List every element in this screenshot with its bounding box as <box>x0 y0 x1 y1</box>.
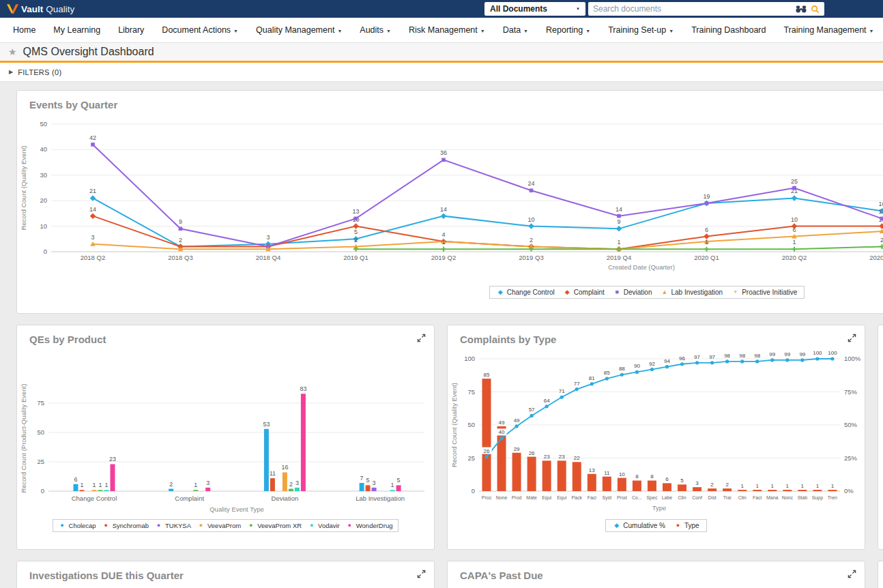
svg-text:85: 85 <box>604 370 610 376</box>
legend-item-cumulative-pct[interactable]: ◆Cumulative % <box>613 522 665 529</box>
svg-text:29: 29 <box>514 446 520 452</box>
svg-text:50: 50 <box>40 120 47 128</box>
svg-text:42: 42 <box>89 134 96 141</box>
filters-toggle[interactable]: ▶ FILTERS (0) <box>0 63 883 82</box>
svg-text:2: 2 <box>710 482 714 488</box>
favorite-star-icon[interactable]: ★ <box>8 46 17 57</box>
nav-item-my-learning[interactable]: My Learning <box>44 25 109 35</box>
chevron-down-icon: ▼ <box>576 7 580 11</box>
svg-text:16: 16 <box>281 464 288 471</box>
svg-text:71: 71 <box>559 388 565 394</box>
svg-text:23: 23 <box>559 454 565 460</box>
nav-item-training-management[interactable]: Training Management▼ <box>775 25 882 35</box>
search-input[interactable] <box>593 4 792 14</box>
expand-icon[interactable] <box>848 334 856 342</box>
svg-text:2019 Q4: 2019 Q4 <box>607 254 631 261</box>
svg-text:2018 Q3: 2018 Q3 <box>168 254 192 261</box>
svg-text:1: 1 <box>786 483 790 489</box>
legend-item-tukysa[interactable]: ●TUKYSA <box>155 522 191 529</box>
svg-text:3: 3 <box>91 234 94 241</box>
document-scope-value: All Documents <box>490 4 547 14</box>
legend-item-change-control[interactable]: ◆Change Control <box>497 289 555 296</box>
legend-item-type[interactable]: ●Type <box>674 522 699 529</box>
legend-item-deviation[interactable]: ■Deviation <box>613 289 652 296</box>
svg-text:0: 0 <box>472 487 475 495</box>
binoculars-icon[interactable] <box>796 5 807 13</box>
svg-text:50: 50 <box>467 421 475 428</box>
svg-text:75%: 75% <box>844 388 858 396</box>
svg-text:0: 0 <box>44 248 47 255</box>
series-marker-icon: ◆ <box>564 289 571 295</box>
vault-logo[interactable]: Vault Quality <box>7 4 74 14</box>
svg-text:1: 1 <box>816 483 820 489</box>
nav-item-risk-management[interactable]: Risk Management▼ <box>400 25 494 35</box>
series-marker-icon: ▲ <box>661 289 669 295</box>
legend-item-cholecap[interactable]: ●Cholecap <box>59 522 96 529</box>
svg-text:88: 88 <box>619 366 625 372</box>
svg-text:100: 100 <box>464 355 475 362</box>
legend-item-complaint[interactable]: ◆Complaint <box>564 289 605 296</box>
panel-partially-visible <box>878 325 883 550</box>
series-marker-icon: ● <box>346 523 353 529</box>
svg-text:Clin: Clin <box>678 495 686 500</box>
svg-text:5: 5 <box>680 477 684 484</box>
svg-text:4: 4 <box>442 231 445 238</box>
panel-title: Complaints by Type <box>460 334 556 345</box>
svg-text:97: 97 <box>709 354 715 360</box>
svg-text:7: 7 <box>360 475 364 482</box>
panel-capas-past-due: CAPA's Past Due <box>447 561 865 588</box>
search-icon[interactable] <box>811 5 820 14</box>
nav-item-training-set-up[interactable]: Training Set-up▼ <box>599 25 682 35</box>
document-scope-select[interactable]: All Documents ▼ <box>484 2 585 16</box>
expand-icon[interactable] <box>417 334 426 342</box>
svg-text:22: 22 <box>574 455 580 461</box>
svg-text:13: 13 <box>352 208 359 215</box>
svg-text:25%: 25% <box>844 454 858 462</box>
nav-item-data[interactable]: Data▼ <box>494 25 537 35</box>
nav-item-reporting[interactable]: Reporting▼ <box>537 25 599 35</box>
svg-text:Prod: Prod <box>512 495 522 500</box>
svg-text:6: 6 <box>665 476 669 482</box>
legend-item-veevaprom[interactable]: ●VeevaProm <box>197 522 241 529</box>
series-marker-icon: ◆ <box>497 289 504 295</box>
svg-text:100: 100 <box>813 350 822 356</box>
expand-icon[interactable] <box>848 570 856 578</box>
svg-text:98: 98 <box>754 353 760 359</box>
svg-text:75: 75 <box>37 399 44 407</box>
nav-item-quality-management[interactable]: Quality Management▼ <box>247 25 351 35</box>
svg-text:2: 2 <box>530 237 533 244</box>
nav-item-library[interactable]: Library <box>109 25 153 35</box>
nav-item-audits[interactable]: Audits▼ <box>351 25 400 35</box>
nav-item-home[interactable]: Home <box>4 25 44 35</box>
legend-item-proactive-initiative[interactable]: +Proactive Initiative <box>732 289 797 296</box>
svg-text:25: 25 <box>791 178 798 185</box>
svg-text:3: 3 <box>695 480 699 486</box>
svg-text:1: 1 <box>104 482 108 488</box>
svg-text:10: 10 <box>619 471 625 477</box>
svg-text:20: 20 <box>40 196 47 204</box>
svg-text:97: 97 <box>694 354 700 360</box>
legend-item-veevaprom-xr[interactable]: ●VeevaProm XR <box>247 522 302 529</box>
svg-text:10: 10 <box>527 216 534 223</box>
svg-text:53: 53 <box>263 421 270 428</box>
svg-text:Clin: Clin <box>738 495 747 500</box>
series-marker-icon: ● <box>59 523 66 529</box>
legend-item-vodavir[interactable]: ●Vodavir <box>308 522 340 529</box>
chevron-down-icon: ▼ <box>337 29 342 33</box>
svg-text:1: 1 <box>92 482 96 488</box>
expand-icon[interactable] <box>417 570 426 578</box>
svg-text:Complaint: Complaint <box>175 495 204 502</box>
svg-text:1: 1 <box>792 239 796 246</box>
legend-item-wonderdrug[interactable]: ●WonderDrug <box>346 522 393 529</box>
legend-item-lab-investigation[interactable]: ▲Lab Investigation <box>661 289 723 296</box>
search-box[interactable] <box>588 2 824 16</box>
svg-text:3: 3 <box>266 234 270 241</box>
nav-item-training-dashboard[interactable]: Training Dashboard <box>682 25 775 35</box>
svg-text:9: 9 <box>179 218 182 225</box>
svg-text:40: 40 <box>499 429 505 435</box>
svg-text:Trai: Trai <box>723 495 732 500</box>
page-title: QMS Oversight Dashboard <box>23 46 154 58</box>
nav-item-document-actions[interactable]: Document Actions▼ <box>153 25 247 35</box>
legend-item-synchromab[interactable]: ●Synchromab <box>102 522 149 529</box>
svg-text:3: 3 <box>295 480 299 486</box>
